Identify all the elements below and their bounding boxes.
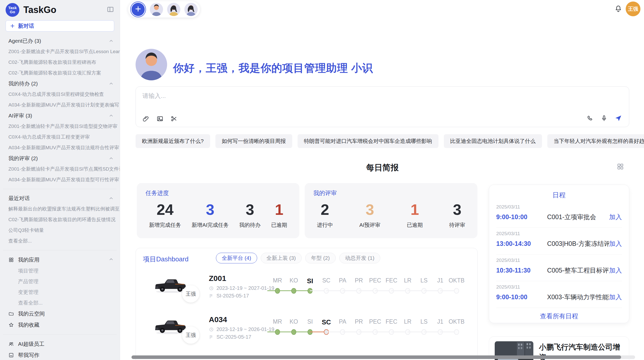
date-range-text: 2023-12-19 ~ 2026-01-19 [216, 326, 274, 332]
suggestion-chip[interactable]: 比亚迪全固态电池计划具体说了什么 [444, 134, 542, 148]
chevron-up-icon[interactable] [109, 156, 114, 161]
app-logo: Task Go [6, 3, 19, 17]
recent-conversation-item[interactable]: C02-飞腾新能源轻客改款项目的闭环通告反馈情况 [0, 214, 120, 225]
sidebar-tool-write[interactable]: 帮我写作 [0, 350, 120, 360]
dashboard-tab[interactable]: 全新平台 (4) [216, 253, 257, 263]
agent-avatar-2[interactable] [167, 3, 180, 16]
chevron-up-icon[interactable] [109, 196, 114, 201]
stat-label: 已逾期 [271, 221, 287, 229]
stat-item: 3新增AI完成任务 [192, 201, 229, 229]
paperclip-icon[interactable] [142, 115, 150, 122]
logo-text-bottom: Go [10, 10, 15, 14]
sidebar-conversation-item[interactable]: Z001-全新燃油轻卡产品开发项目SI节点属性5D文件评审 [0, 164, 120, 174]
sidebar-conversation-item[interactable]: C0X4-动力总成开发项目SI里程碑提交物检查 [0, 89, 120, 100]
scissors-icon[interactable] [170, 115, 178, 122]
chat-input[interactable] [142, 92, 549, 99]
section-title: 我的评审 (2) [8, 155, 109, 162]
chevron-up-icon[interactable] [109, 38, 114, 43]
sidebar-section-header[interactable]: Agent已办 (3) [0, 36, 120, 46]
sidebar-item-label: 我的收藏 [18, 321, 39, 328]
sidebar-conversation-item[interactable]: C0X4-动力总成开发项目工程变更评审 [0, 132, 120, 142]
recent-conversation-item[interactable]: 解释最新出台的欧盟报废车法规再生塑料比例被调至15%... [0, 204, 120, 214]
suggestion-chips: 欧洲新规最近颁布了什么?如何写一份清晰的项目周报特朗普可能对进口汽车增税会对中国… [136, 134, 629, 148]
assistant-greeting: 你好，王强，我是你的项目管理助理 小识 [173, 61, 373, 75]
stat-item: 1已逾期 [271, 201, 287, 229]
sidebar-section-header[interactable]: AI评审 (3) [0, 110, 120, 121]
mic-icon[interactable] [601, 115, 608, 122]
sidebar-section-header[interactable]: 我的评审 (2) [0, 153, 120, 164]
my-apps-subitem[interactable]: 查看全部... [0, 297, 120, 308]
stat-row: 24新增完成任务3新增AI完成任务3我的待办1已逾期 [145, 201, 291, 229]
add-agent-button[interactable] [131, 3, 145, 16]
flag-text: SI-2025-05-17 [216, 293, 249, 299]
phone-icon[interactable] [587, 115, 594, 122]
stat-item: 24新增完成任务 [149, 201, 181, 229]
project-id: A034 [209, 315, 227, 324]
sidebar-item-star[interactable]: 我的收藏 [0, 319, 120, 331]
dashboard-tab[interactable]: 全新上装 (3) [261, 253, 302, 263]
send-icon[interactable] [614, 114, 622, 122]
sidebar-conversation-item[interactable]: A034-全新新能源MUV产品开发项目法规符合性评审 [0, 142, 120, 153]
dashboard-tab[interactable]: 年型 (2) [305, 253, 336, 263]
milestone-track: MRKOSISCPAPRPECFECLRLSJ1OKTB [267, 318, 468, 336]
layout-grid-icon[interactable] [617, 163, 624, 171]
stat-card-title: 任务进度 [145, 189, 291, 197]
schedule-item: 2025/03/119:00-10:00X003-车辆动力学性能验...加入 [496, 281, 622, 308]
milestone-dot[interactable] [454, 288, 459, 294]
schedule-time: 10:30-11:30 [496, 267, 547, 274]
sidebar-section-header-recent[interactable]: 最近对话 [0, 193, 120, 204]
view-all-schedule-link[interactable]: 查看所有日程 [496, 312, 622, 320]
schedule-name: C003|H0B-方案冻结评审 [547, 239, 609, 248]
join-button[interactable]: 加入 [609, 213, 622, 221]
horizontal-scrollbar-thumb[interactable] [131, 355, 621, 359]
milestone-label: OKTB [446, 318, 467, 325]
daily-briefing-title: 每日简报 [136, 162, 629, 173]
dashboard-tab[interactable]: 动总开发 (1) [339, 253, 380, 263]
suggestion-chip[interactable]: 欧洲新规最近颁布了什么? [136, 134, 210, 148]
chevron-up-icon[interactable] [109, 113, 114, 118]
milestone-dot[interactable] [454, 329, 459, 335]
sidebar-conversation-item[interactable]: C02-飞腾新能源轻客改款项目立项汇报方案 [0, 68, 120, 78]
suggestion-chip[interactable]: 如何写一份清晰的项目周报 [215, 134, 292, 148]
sidebar-item-my-apps[interactable]: 我的应用 [0, 254, 120, 265]
sidebar-conversation-item[interactable]: C02-飞腾新能源轻客改款项目里程碑画布 [0, 57, 120, 68]
sidebar-collapse-icon[interactable] [107, 6, 114, 14]
sidebar-conversation-item[interactable]: A034-全新新能源MUV产品开发项目造型可行性评审 [0, 174, 120, 185]
stat-label: 新增AI完成任务 [192, 221, 229, 229]
recent-conversation-item[interactable]: 公司Q3轻卡销量 [0, 225, 120, 236]
image-icon[interactable] [156, 115, 164, 122]
recent-conversation-item[interactable]: 查看全部... [0, 236, 120, 246]
agent-avatar-3[interactable] [184, 3, 198, 16]
join-button[interactable]: 加入 [609, 239, 622, 248]
chevron-up-icon[interactable] [109, 81, 114, 86]
my-apps-subitem[interactable]: 产品管理 [0, 276, 120, 287]
sidebar-conversation-item[interactable]: Z001-全新燃油轻卡产品开发项目SI造型提交物评审 [0, 121, 120, 132]
new-chat-button[interactable]: 新对话 [6, 20, 114, 32]
sidebar-tool-users[interactable]: AI超级员工 [0, 338, 120, 350]
schedule-date: 2025/03/11 [496, 228, 622, 236]
agent-avatar-1[interactable] [150, 3, 163, 16]
input-left-icons [142, 115, 178, 122]
stat-value: 3 [192, 201, 229, 219]
notification-bell-icon[interactable] [614, 5, 622, 14]
suggestion-chip[interactable]: 当下年轻人对汽车外观有怎样的喜好趋势 [547, 134, 644, 148]
my-apps-subitem[interactable]: 变更管理 [0, 287, 120, 297]
project-owner-badge: 王强 [182, 326, 199, 344]
suggestion-chip[interactable]: 特朗普可能对进口汽车增税会对中国车企造成哪些影响 [298, 134, 438, 148]
project-flag: SC-2025-05-17 [209, 334, 251, 340]
sidebar-conversation-item[interactable]: A034-全新新能源MUV产品开发项目计划变更表编写 [0, 100, 120, 110]
join-button[interactable]: 加入 [609, 293, 622, 301]
sidebar: Task Go TaskGo 新对话 Agent已办 (3)Z001-全新燃油皮… [0, 0, 120, 360]
sidebar-conversation-item[interactable]: Z001-全新燃油皮卡产品开发项目SI节点Lesson Learn报告 [0, 46, 120, 57]
sidebar-section-header[interactable]: 我的待办 (2) [0, 78, 120, 89]
schedule-item-row: 9:00-10:00X003-车辆动力学性能验...加入 [496, 293, 622, 301]
clock-icon [209, 327, 214, 332]
user-avatar[interactable]: 王强 [626, 2, 640, 16]
my-apps-subitem[interactable]: 项目管理 [0, 265, 120, 276]
divider [3, 334, 117, 335]
stat-label: 我的待办 [239, 221, 261, 229]
main-area: 王强 你好，王强，我是你的项目管理助理 小识 欧洲新规最近颁布了什么?如何写一份… [120, 0, 644, 360]
sidebar-item-folder[interactable]: 我的云空间 [0, 308, 120, 319]
join-button[interactable]: 加入 [609, 266, 622, 275]
chevron-up-icon[interactable] [109, 257, 114, 263]
